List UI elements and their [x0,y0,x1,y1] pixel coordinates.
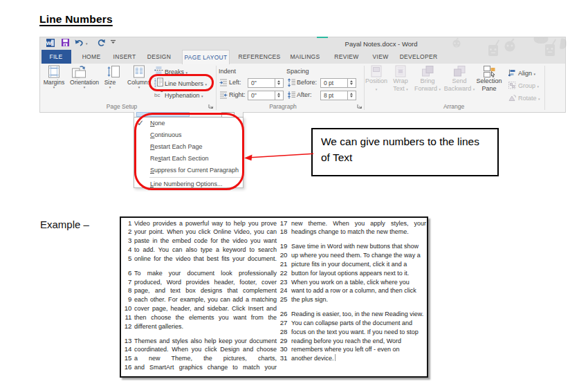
spinner[interactable] [347,79,356,87]
line-text: each other. For example, you can add a m… [134,295,277,304]
line-number: 19 [278,242,288,251]
line-text: different galleries. [134,322,277,331]
field-value: 0" [251,92,257,99]
customize-quick-access-icon[interactable] [110,39,116,45]
size-button[interactable]: Size▾ [95,65,125,89]
tab-mailings[interactable]: MAILINGS [290,50,320,64]
bring-forward-button[interactable]: BringForward ▾ [410,65,445,92]
line-text: then choose the elements you want from t… [134,313,277,322]
svg-text:bc: bc [154,92,160,98]
paragraph-dialog-launcher[interactable] [357,104,362,109]
line-text: Save time in Word with new buttons that … [291,242,426,251]
line-number: 21 [278,260,288,269]
tab-references[interactable]: REFERENCES [238,50,280,64]
field-label: After: [297,91,312,98]
line-number: 15 [122,354,132,363]
line-text: focus on the text you want. If you need … [291,328,426,337]
spinner[interactable] [275,79,283,87]
margins-button[interactable]: Margins▾ [39,65,69,89]
margins-icon [47,65,62,78]
line-text: produced, Word provides header, footer, … [134,278,277,287]
save-icon[interactable] [62,39,69,46]
after-input[interactable]: 8 pt [320,91,356,100]
dropdown-caret: ▾ [534,72,536,76]
selection-pane-button[interactable]: SelectionPane [471,65,507,92]
field-label: Before: [297,79,317,86]
left-input[interactable]: 0" [248,78,284,88]
line-text: Video provides a powerful way to help yo… [134,219,277,228]
line-text: reading before you reach the end, Word [291,337,426,346]
redo-icon[interactable] [98,39,105,46]
tab-insert[interactable]: INSERT [113,50,136,64]
orientation-icon [71,65,86,78]
line-number: 3 [122,237,132,246]
line-text: want to add a row or a column, and then … [291,286,426,295]
line-text: button for layout options appears next t… [291,269,426,278]
align-icon [508,68,517,77]
svg-text:W: W [46,40,52,46]
tab-developer[interactable]: DEVELOPER [400,50,438,64]
spinner[interactable] [347,91,356,100]
line-number: 4 [122,246,132,255]
tab-page-layout[interactable]: PAGE LAYOUT [182,50,230,64]
selection-pane-icon [483,65,496,77]
window-title: Payal Notes.docx - Word [317,40,445,48]
indent-right-icon [219,91,228,100]
field-value: 0 pt [324,80,333,86]
line-text: picture fits in your document, click it … [291,260,426,269]
line-number: 5 [122,255,132,264]
page-setup-dialog-launcher[interactable] [208,104,214,109]
line-text: to add. You can also type a keyword to s… [134,246,277,255]
line-number: 9 [122,295,132,304]
right-input[interactable]: 0" [248,91,284,100]
text-cursor [335,354,336,361]
line-text: cover page, header, and sidebar. Click I… [134,304,277,313]
indent-label: Indent [219,68,236,75]
undo-icon[interactable] [75,39,84,46]
line-text: page, and text box designs that compleme… [134,286,277,295]
ribbon-tab-row: FILEHOMEINSERTDESIGNPAGE LAYOUTREFERENCE… [40,50,565,64]
group-separator [544,66,545,110]
indent-left-icon [219,78,228,87]
line-text: your point. When you click Online Video,… [134,228,277,237]
button-label: Align [518,70,534,77]
spacing-label: Spacing [286,68,309,75]
tab-view[interactable]: VIEW [373,50,389,64]
line-text: the plus sign. [291,295,426,304]
tab-review[interactable]: REVIEW [334,50,358,64]
spacing-after-icon [287,91,296,100]
line-text: To make your document look professionall… [134,269,277,278]
field-value: 0" [251,80,257,86]
line-text: new theme. When you apply styles, your [291,219,426,228]
group-separator [216,66,217,110]
line-number: 20 [278,251,288,260]
page-title: Line Numbers [39,13,113,26]
tab-home[interactable]: HOME [82,50,101,64]
before-input[interactable]: 0 pt [320,78,356,88]
line-number: 22 [278,269,288,278]
line-text: You can collapse parts of the document a… [291,319,426,328]
line-number: 13 [122,337,132,346]
example-label: Example – [40,219,89,230]
field-value: 8 pt [324,92,333,99]
button-label: Hyphenation [165,92,201,99]
line-number: 31 [278,354,288,363]
tab-design[interactable]: DESIGN [147,50,171,64]
button-label: Pane [471,85,507,93]
tab-file[interactable]: FILE [42,50,71,64]
callout-box: We can give numbers to the lines of Text [311,128,499,176]
dropdown-caret: ▾ [39,86,69,89]
spinner[interactable] [275,91,283,100]
line-text: Themes and styles also help keep your do… [134,337,277,346]
line-number: 30 [278,345,288,354]
dropdown-caret: ▾ [538,84,540,89]
line-number: 14 [122,345,132,354]
send-backward-icon [453,65,466,77]
line-number: 11 [122,313,132,322]
line-text: a new Theme, the pictures, charts, [134,354,277,363]
line-number: 6 [122,269,132,278]
rotate-button[interactable]: Rotate ▾ [508,93,540,102]
align-button[interactable]: Align ▾ [508,68,535,77]
dropdown-caret: ▾ [201,94,203,98]
group-button[interactable]: Group ▾ [508,81,539,89]
